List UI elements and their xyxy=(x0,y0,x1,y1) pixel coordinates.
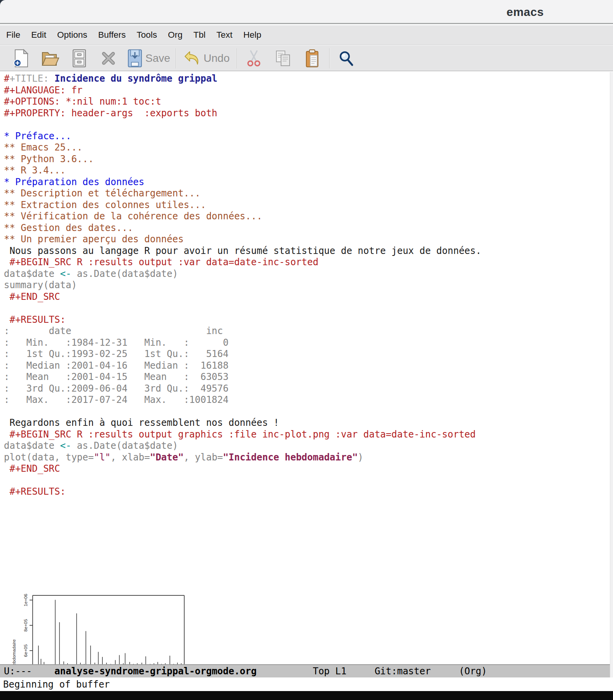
svg-text:8e+05: 8e+05 xyxy=(23,619,28,632)
buffer-line: #+END_SRC xyxy=(4,291,610,303)
buffer-line: summary(data) xyxy=(4,280,610,291)
buffer-line xyxy=(4,406,610,418)
new-file-button[interactable] xyxy=(10,48,32,69)
undo-button[interactable]: Undo xyxy=(183,48,230,69)
buffer-line xyxy=(4,475,610,486)
buffer-line: : date inc xyxy=(4,326,610,337)
buffer-line: Regardons enfin à quoi ressemblent nos d… xyxy=(4,417,610,429)
menu-tools[interactable]: Tools xyxy=(131,25,162,45)
buffer-line: plot(data, type="l", xlab="Date", ylab="… xyxy=(4,452,610,464)
buffer-line: #+BEGIN_SRC R :results output graphics :… xyxy=(4,429,610,441)
copy-button[interactable] xyxy=(272,48,294,69)
window-title: emacs xyxy=(506,5,544,19)
menu-edit[interactable]: Edit xyxy=(26,25,52,45)
search-button[interactable] xyxy=(335,48,357,69)
open-folder-icon xyxy=(41,49,59,67)
buffer-line: #+END_SRC xyxy=(4,463,610,475)
undo-label: Undo xyxy=(204,52,230,65)
save-icon xyxy=(127,49,143,68)
paste-button[interactable] xyxy=(301,48,323,69)
buffer-line: ** R 3.4... xyxy=(4,165,610,177)
buffer-line: : 3rd Qu.:2009-06-04 3rd Qu.: 49576 xyxy=(4,383,610,395)
buffer-line xyxy=(4,119,610,131)
menu-help[interactable]: Help xyxy=(238,25,267,45)
buffer-line: #+LANGUAGE: fr xyxy=(4,85,610,96)
buffer-line: ** Emacs 25... xyxy=(4,142,610,154)
menu-text[interactable]: Text xyxy=(211,25,238,45)
cut-button[interactable] xyxy=(243,48,265,69)
buffer-line: #+TITLE: Incidence du syndrôme grippal xyxy=(4,73,610,85)
svg-text:Incidence hebdomadaire: Incidence hebdomadaire xyxy=(12,639,16,664)
dired-button[interactable] xyxy=(68,48,90,69)
toolbar: Save Undo xyxy=(0,46,613,71)
buffer-line: #+OPTIONS: *:nil num:1 toc:t xyxy=(4,96,610,108)
buffer-line: : Min. :1984-12-31 Min. : 0 xyxy=(4,337,610,349)
save-button[interactable]: Save xyxy=(127,48,170,69)
emacs-frame: emacs FileEditOptionsBuffersToolsOrgTblT… xyxy=(0,0,613,700)
buffer-line: #+RESULTS: xyxy=(4,314,610,326)
svg-text:6e+05: 6e+05 xyxy=(23,644,28,657)
close-x-icon xyxy=(101,51,116,66)
toolbar-separator xyxy=(237,48,238,68)
buffer-line: #+BEGIN_SRC R :results output :var data=… xyxy=(4,257,610,268)
svg-text:1e+06: 1e+06 xyxy=(23,594,28,606)
buffer-line: * Préparation des données xyxy=(4,177,610,188)
echo-message: Beginning of buffer xyxy=(3,679,110,690)
cut-scissors-icon xyxy=(247,49,261,67)
buffer-text-area[interactable]: #+TITLE: Incidence du syndrôme grippal#+… xyxy=(0,72,610,664)
copy-icon xyxy=(275,49,291,67)
title-bar[interactable]: emacs xyxy=(0,0,613,24)
modeline-info: Top L1 Git:master (Org) xyxy=(257,666,487,677)
buffer-line: ** Un premier aperçu des données xyxy=(4,234,610,245)
modeline-info: U:--- xyxy=(4,666,54,677)
paste-clipboard-icon xyxy=(305,49,319,68)
search-icon xyxy=(338,50,355,67)
buffer-line: ** Python 3.6... xyxy=(4,154,610,165)
buffer-line: * Préface... xyxy=(4,131,610,142)
buffer-line: data$date <- as.Date(data$date) xyxy=(4,268,610,280)
save-label: Save xyxy=(145,52,170,65)
buffer-line: ** Vérification de la cohérence des donn… xyxy=(4,211,610,222)
menu-file[interactable]: File xyxy=(1,25,26,45)
mode-line: U:--- analyse-syndrome-grippal-orgmode.o… xyxy=(0,664,610,677)
buffer-line xyxy=(4,303,610,314)
menu-options[interactable]: Options xyxy=(52,25,93,45)
new-file-icon xyxy=(13,49,29,68)
buffer-line: #+PROPERTY: header-args :exports both xyxy=(4,108,610,119)
buffer-line: ** Description et téléchargement... xyxy=(4,188,610,200)
buffer-line: data$date <- as.Date(data$date) xyxy=(4,440,610,452)
inline-plot-image: 6e+058e+051e+06Incidence hebdomadaire xyxy=(8,581,185,664)
buffer-line: ** Gestion des dates... xyxy=(4,222,610,234)
buffer-line: : Max. :2017-07-24 Max. :1001824 xyxy=(4,394,610,406)
bottom-black-bar xyxy=(0,691,613,700)
buffer-line: : Median :2001-04-16 Median : 16188 xyxy=(4,360,610,372)
toolbar-separator xyxy=(176,48,176,68)
buffer-line: Nous passons au langage R pour avoir un … xyxy=(4,245,610,257)
undo-icon xyxy=(183,50,201,66)
toolbar-separator xyxy=(329,48,330,68)
close-buffer-button[interactable] xyxy=(98,48,119,69)
menu-bar: FileEditOptionsBuffersToolsOrgTblTextHel… xyxy=(0,25,613,45)
echo-area: Beginning of buffer xyxy=(0,677,613,691)
buffer-line: #+RESULTS: xyxy=(4,486,610,498)
buffer-line: ** Extraction des colonnes utiles... xyxy=(4,200,610,211)
menu-buffers[interactable]: Buffers xyxy=(93,25,131,45)
open-file-button[interactable] xyxy=(39,48,61,69)
buffer-content: #+TITLE: Incidence du syndrôme grippal#+… xyxy=(0,72,610,498)
buffer-line: : 1st Qu.:1993-02-25 1st Qu.: 5164 xyxy=(4,348,610,360)
menu-org[interactable]: Org xyxy=(162,25,188,45)
buffer-line: : Mean :2001-04-15 Mean : 63053 xyxy=(4,371,610,383)
menu-tbl[interactable]: Tbl xyxy=(188,25,211,45)
modeline-buffer-name: analyse-syndrome-grippal-orgmode.org xyxy=(54,666,257,677)
file-cabinet-icon xyxy=(72,49,87,68)
scrollbar-strip[interactable] xyxy=(610,72,613,677)
